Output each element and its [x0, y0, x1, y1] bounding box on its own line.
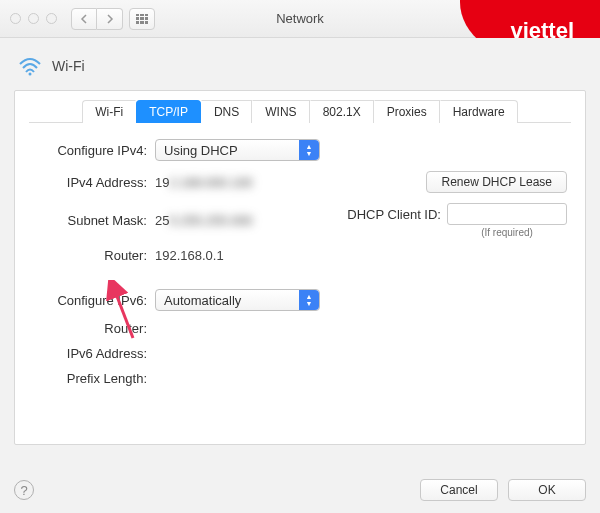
form-grid: Configure IPv4: Using DHCP ▲▼ IPv4 Addre… — [15, 123, 585, 396]
if-required-note: (If required) — [447, 227, 567, 238]
close-window-button[interactable] — [10, 13, 21, 24]
tab-dns[interactable]: DNS — [201, 100, 252, 123]
grid-icon — [136, 14, 148, 24]
prefix-length-label: Prefix Length: — [25, 371, 147, 386]
dhcp-client-id-label: DHCP Client ID: — [347, 207, 441, 222]
minimize-window-button[interactable] — [28, 13, 39, 24]
zoom-window-button[interactable] — [46, 13, 57, 24]
tab-hardware[interactable]: Hardware — [440, 100, 518, 123]
configure-ipv4-value: Using DHCP — [164, 143, 238, 158]
back-button[interactable] — [71, 8, 97, 30]
subnet-mask-label: Subnet Mask: — [25, 213, 147, 228]
chevron-updown-icon: ▲▼ — [299, 140, 319, 160]
forward-button[interactable] — [97, 8, 123, 30]
subnet-mask-value: 255.255.255.000 — [155, 213, 320, 228]
show-all-button[interactable] — [129, 8, 155, 30]
tab-wins[interactable]: WINS — [252, 100, 309, 123]
traffic-lights — [10, 13, 57, 24]
wifi-icon — [18, 56, 42, 76]
nav-group — [71, 8, 123, 30]
tab-bar: Wi-Fi TCP/IP DNS WINS 802.1X Proxies Har… — [29, 99, 571, 123]
router-label: Router: — [25, 248, 147, 263]
router-value: 192.168.0.1 — [155, 248, 320, 263]
configure-ipv4-select[interactable]: Using DHCP ▲▼ — [155, 139, 320, 161]
ipv4-address-label: IPv4 Address: — [25, 175, 147, 190]
tab-wifi[interactable]: Wi-Fi — [82, 100, 136, 123]
chevron-updown-icon: ▲▼ — [299, 290, 319, 310]
renew-dhcp-button[interactable]: Renew DHCP Lease — [426, 171, 567, 193]
content-area: Wi-Fi Wi-Fi TCP/IP DNS WINS 802.1X Proxi… — [0, 38, 600, 513]
configure-ipv4-label: Configure IPv4: — [25, 143, 147, 158]
svg-point-0 — [29, 73, 32, 76]
cancel-button[interactable]: Cancel — [420, 479, 498, 501]
ok-button[interactable]: OK — [508, 479, 586, 501]
help-button[interactable]: ? — [14, 480, 34, 500]
ipv6-address-label: IPv6 Address: — [25, 346, 147, 361]
tab-tcpip[interactable]: TCP/IP — [136, 100, 201, 123]
ipv6-router-label: Router: — [25, 321, 147, 336]
configure-ipv6-label: Configure IPv6: — [25, 293, 147, 308]
settings-panel: Wi-Fi TCP/IP DNS WINS 802.1X Proxies Har… — [14, 90, 586, 445]
configure-ipv6-select[interactable]: Automatically ▲▼ — [155, 289, 320, 311]
connection-header: Wi-Fi — [14, 48, 586, 90]
ipv4-address-value: 192.168.000.100 — [155, 175, 320, 190]
connection-name: Wi-Fi — [52, 58, 85, 74]
footer: ? Cancel OK — [14, 479, 586, 501]
configure-ipv6-value: Automatically — [164, 293, 241, 308]
tab-proxies[interactable]: Proxies — [374, 100, 440, 123]
dhcp-client-id-input[interactable] — [447, 203, 567, 225]
tab-8021x[interactable]: 802.1X — [310, 100, 374, 123]
